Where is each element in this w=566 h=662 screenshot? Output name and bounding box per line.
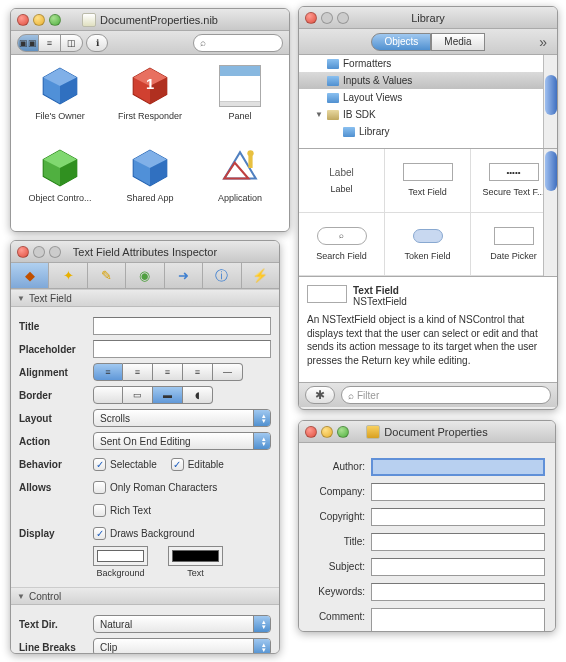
align-natural-icon[interactable]: — — [213, 363, 243, 381]
bindings-tab[interactable]: ◉ — [126, 263, 164, 288]
identity-tab[interactable]: ⓘ — [203, 263, 241, 288]
nib-item-shared-app[interactable]: Shared App — [105, 147, 195, 221]
inspector-titlebar[interactable]: Text Field Attributes Inspector — [11, 241, 279, 263]
lib-item-search[interactable]: ⌕ Search Field — [299, 213, 385, 277]
svg-point-14 — [247, 150, 253, 156]
title-field[interactable] — [371, 533, 545, 551]
company-label: Company: — [309, 483, 371, 497]
tree-item-layout[interactable]: Layout Views — [299, 89, 557, 106]
section-label: Control — [29, 591, 61, 602]
keywords-field[interactable] — [371, 583, 545, 601]
section-control[interactable]: ▼ Control — [11, 587, 279, 605]
company-field[interactable] — [371, 483, 545, 501]
effects-tab[interactable]: ✦ — [49, 263, 87, 288]
border-line-icon[interactable]: ▭ — [123, 386, 153, 404]
copyright-field[interactable] — [371, 508, 545, 526]
background-colorwell[interactable] — [93, 546, 148, 566]
nib-titlebar[interactable]: DocumentProperties.nib — [11, 9, 289, 31]
tree-item-inputs[interactable]: Inputs & Values — [299, 72, 557, 89]
lib-item-token[interactable]: Token Field — [385, 213, 471, 277]
richtext-checkbox[interactable]: Rich Text — [93, 504, 151, 517]
section-textfield[interactable]: ▼ Text Field — [11, 289, 279, 307]
tree-item-formatters[interactable]: Formatters — [299, 55, 557, 72]
align-justify-icon[interactable]: ≡ — [153, 363, 183, 381]
placeholder-field[interactable] — [93, 340, 271, 358]
close-icon[interactable] — [17, 14, 29, 26]
nib-item-application[interactable]: Application — [195, 147, 285, 221]
comment-field[interactable] — [371, 608, 545, 632]
textdir-popup[interactable]: Natural ▴▾ — [93, 615, 271, 633]
traffic-lights — [17, 246, 61, 258]
filter-input[interactable]: ⌕ Filter — [341, 386, 551, 404]
applescript-tab[interactable]: ⚡ — [242, 263, 279, 288]
dp-titlebar[interactable]: Document Properties — [299, 421, 555, 443]
action-menu-button[interactable] — [305, 386, 335, 404]
layout-popup[interactable]: Scrolls ▴▾ — [93, 409, 271, 427]
title-label: Title: — [309, 533, 371, 547]
tree-item-ibsdk[interactable]: ▼ IB SDK — [299, 106, 557, 123]
library-footer: ⌕ Filter — [299, 383, 557, 407]
text-label: Text — [187, 568, 204, 578]
lib-item-textfield[interactable]: Text Field — [385, 149, 471, 213]
connections-tab[interactable]: ➜ — [165, 263, 203, 288]
nib-item-panel[interactable]: Panel — [195, 65, 285, 139]
border-segment[interactable]: ▭ ▬ ◖ — [93, 386, 213, 404]
border-rounded-icon[interactable]: ◖ — [183, 386, 213, 404]
close-icon[interactable] — [17, 246, 29, 258]
objects-tab[interactable]: Objects — [371, 33, 431, 51]
title-field[interactable] — [93, 317, 271, 335]
item-label: Application — [218, 193, 262, 203]
detail-name: Text Field — [353, 285, 407, 296]
align-right-icon[interactable]: ≡ — [183, 363, 213, 381]
chevron-right-icon[interactable]: » — [539, 34, 547, 50]
view-mode-segment[interactable]: ▣▣ ≡ ◫ — [17, 34, 83, 52]
allows-label: Allows — [19, 482, 93, 493]
zoom-icon[interactable] — [337, 426, 349, 438]
cell-label: Secure Text F... — [483, 187, 545, 197]
roman-checkbox[interactable]: Only Roman Characters — [93, 481, 217, 494]
close-icon[interactable] — [305, 12, 317, 24]
drawsbg-checkbox[interactable]: ✓Draws Background — [93, 527, 194, 540]
selectable-checkbox[interactable]: ✓Selectable — [93, 458, 157, 471]
search-input[interactable]: ⌕ — [193, 34, 283, 52]
textfield-section-body: Title Placeholder Alignment ≡ ≡ ≡ ≡ — Bo… — [11, 307, 279, 587]
minimize-icon[interactable] — [33, 14, 45, 26]
close-icon[interactable] — [305, 426, 317, 438]
nib-document-window: DocumentProperties.nib ▣▣ ≡ ◫ ℹ ⌕ File's… — [10, 8, 290, 232]
editable-checkbox[interactable]: ✓Editable — [171, 458, 224, 471]
library-titlebar[interactable]: Library — [299, 7, 557, 29]
keywords-label: Keywords: — [309, 583, 371, 597]
attributes-tab[interactable]: ◆ — [11, 263, 49, 288]
nib-item-files-owner[interactable]: File's Owner — [15, 65, 105, 139]
tree-scrollbar[interactable] — [543, 55, 557, 148]
subject-field[interactable] — [371, 558, 545, 576]
align-left-icon[interactable]: ≡ — [93, 363, 123, 381]
text-colorwell[interactable] — [168, 546, 223, 566]
alignment-segment[interactable]: ≡ ≡ ≡ ≡ — — [93, 363, 243, 381]
disclosure-icon: ▼ — [17, 294, 25, 303]
border-bezel-icon[interactable]: ▬ — [153, 386, 183, 404]
nib-item-first-responder[interactable]: 1 First Responder — [105, 65, 195, 139]
icon-view-button[interactable]: ▣▣ — [17, 34, 39, 52]
action-popup[interactable]: Sent On End Editing ▴▾ — [93, 432, 271, 450]
library-detail: Text Field NSTextField An NSTextField ob… — [299, 277, 557, 383]
zoom-icon[interactable] — [49, 14, 61, 26]
size-tab[interactable]: ✎ — [88, 263, 126, 288]
popup-value: Sent On End Editing — [100, 436, 191, 447]
list-view-button[interactable]: ≡ — [39, 34, 61, 52]
lib-item-label[interactable]: Label Label — [299, 149, 385, 213]
media-tab[interactable]: Media — [431, 33, 484, 51]
border-none-icon[interactable] — [93, 386, 123, 404]
tree-item-library[interactable]: Library — [299, 123, 557, 140]
author-field[interactable] — [371, 458, 545, 476]
grid-scrollbar[interactable] — [543, 149, 557, 276]
column-view-button[interactable]: ◫ — [61, 34, 83, 52]
align-center-icon[interactable]: ≡ — [123, 363, 153, 381]
nib-item-object-controller[interactable]: Object Contro... — [15, 147, 105, 221]
datepicker-preview — [494, 227, 534, 245]
minimize-icon — [321, 12, 333, 24]
linebreaks-popup[interactable]: Clip ▴▾ — [93, 638, 271, 654]
minimize-icon[interactable] — [321, 426, 333, 438]
info-button[interactable]: ℹ — [86, 34, 108, 52]
linebreaks-label: Line Breaks — [19, 642, 93, 653]
